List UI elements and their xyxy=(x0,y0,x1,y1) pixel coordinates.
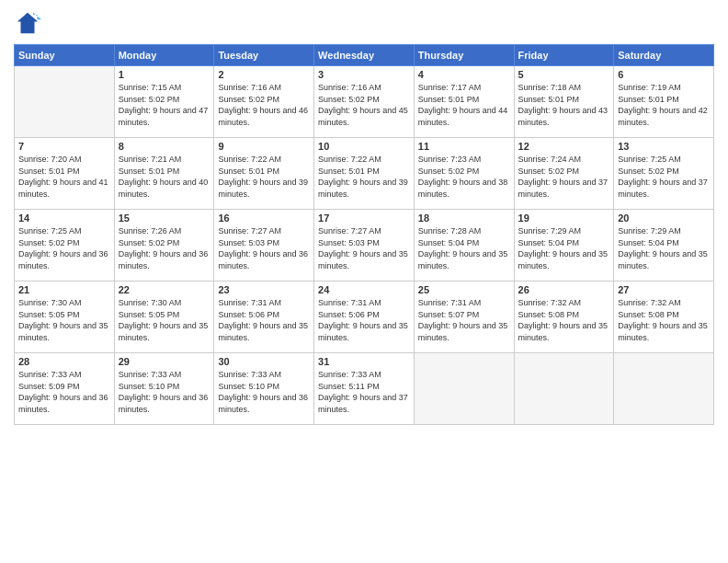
calendar-cell: 20Sunrise: 7:29 AMSunset: 5:04 PMDayligh… xyxy=(614,210,714,282)
calendar-cell: 6Sunrise: 7:19 AMSunset: 5:01 PMDaylight… xyxy=(614,66,714,138)
day-info: Sunrise: 7:27 AMSunset: 5:03 PMDaylight:… xyxy=(218,225,310,271)
calendar-cell: 14Sunrise: 7:25 AMSunset: 5:02 PMDayligh… xyxy=(15,210,115,282)
day-info: Sunrise: 7:33 AMSunset: 5:10 PMDaylight:… xyxy=(218,369,310,415)
day-info: Sunrise: 7:31 AMSunset: 5:06 PMDaylight:… xyxy=(218,297,310,343)
calendar-cell xyxy=(514,353,614,425)
day-info: Sunrise: 7:24 AMSunset: 5:02 PMDaylight:… xyxy=(518,154,610,200)
header xyxy=(14,9,714,37)
day-number: 19 xyxy=(518,213,610,224)
header-monday: Monday xyxy=(114,45,214,66)
day-info: Sunrise: 7:22 AMSunset: 5:01 PMDaylight:… xyxy=(318,154,410,200)
calendar-cell: 8Sunrise: 7:21 AMSunset: 5:01 PMDaylight… xyxy=(114,138,214,210)
header-wednesday: Wednesday xyxy=(314,45,415,66)
header-friday: Friday xyxy=(514,45,614,66)
day-number: 21 xyxy=(18,284,110,295)
week-row-4: 28Sunrise: 7:33 AMSunset: 5:09 PMDayligh… xyxy=(15,353,714,425)
calendar-cell: 24Sunrise: 7:31 AMSunset: 5:06 PMDayligh… xyxy=(314,282,415,353)
day-number: 28 xyxy=(18,356,110,367)
day-number: 3 xyxy=(318,69,410,80)
day-number: 25 xyxy=(418,284,510,295)
calendar-cell: 22Sunrise: 7:30 AMSunset: 5:05 PMDayligh… xyxy=(114,282,214,353)
day-number: 8 xyxy=(119,141,210,152)
calendar-cell: 10Sunrise: 7:22 AMSunset: 5:01 PMDayligh… xyxy=(314,138,415,210)
day-info: Sunrise: 7:16 AMSunset: 5:02 PMDaylight:… xyxy=(218,82,310,128)
day-number: 16 xyxy=(218,213,310,224)
day-info: Sunrise: 7:31 AMSunset: 5:06 PMDaylight:… xyxy=(318,297,410,343)
calendar-cell: 9Sunrise: 7:22 AMSunset: 5:01 PMDaylight… xyxy=(214,138,314,210)
day-info: Sunrise: 7:22 AMSunset: 5:01 PMDaylight:… xyxy=(218,154,310,200)
day-number: 20 xyxy=(618,213,710,224)
day-number: 29 xyxy=(119,356,210,367)
day-number: 1 xyxy=(119,69,210,80)
day-info: Sunrise: 7:25 AMSunset: 5:02 PMDaylight:… xyxy=(18,225,110,271)
day-number: 6 xyxy=(618,69,710,80)
day-number: 18 xyxy=(418,213,510,224)
day-info: Sunrise: 7:25 AMSunset: 5:02 PMDaylight:… xyxy=(618,154,710,200)
header-saturday: Saturday xyxy=(614,45,714,66)
calendar-cell: 29Sunrise: 7:33 AMSunset: 5:10 PMDayligh… xyxy=(114,353,214,425)
week-row-0: 1Sunrise: 7:15 AMSunset: 5:02 PMDaylight… xyxy=(15,66,714,138)
calendar-cell: 2Sunrise: 7:16 AMSunset: 5:02 PMDaylight… xyxy=(214,66,314,138)
day-number: 14 xyxy=(18,213,110,224)
day-number: 23 xyxy=(218,284,310,295)
day-info: Sunrise: 7:17 AMSunset: 5:01 PMDaylight:… xyxy=(418,82,510,128)
calendar-cell: 30Sunrise: 7:33 AMSunset: 5:10 PMDayligh… xyxy=(214,353,314,425)
calendar-cell: 5Sunrise: 7:18 AMSunset: 5:01 PMDaylight… xyxy=(514,66,614,138)
calendar-cell: 11Sunrise: 7:23 AMSunset: 5:02 PMDayligh… xyxy=(414,138,514,210)
calendar-cell: 18Sunrise: 7:28 AMSunset: 5:04 PMDayligh… xyxy=(414,210,514,282)
week-row-3: 21Sunrise: 7:30 AMSunset: 5:05 PMDayligh… xyxy=(15,282,714,353)
day-number: 7 xyxy=(18,141,110,152)
day-info: Sunrise: 7:30 AMSunset: 5:05 PMDaylight:… xyxy=(119,297,210,343)
header-sunday: Sunday xyxy=(15,45,115,66)
calendar-cell: 26Sunrise: 7:32 AMSunset: 5:08 PMDayligh… xyxy=(514,282,614,353)
calendar-cell: 15Sunrise: 7:26 AMSunset: 5:02 PMDayligh… xyxy=(114,210,214,282)
calendar-cell: 3Sunrise: 7:16 AMSunset: 5:02 PMDaylight… xyxy=(314,66,415,138)
day-info: Sunrise: 7:32 AMSunset: 5:08 PMDaylight:… xyxy=(618,297,710,343)
day-number: 31 xyxy=(318,356,410,367)
day-info: Sunrise: 7:33 AMSunset: 5:11 PMDaylight:… xyxy=(318,369,410,415)
day-info: Sunrise: 7:21 AMSunset: 5:01 PMDaylight:… xyxy=(119,154,210,200)
day-info: Sunrise: 7:15 AMSunset: 5:02 PMDaylight:… xyxy=(119,82,210,128)
day-info: Sunrise: 7:31 AMSunset: 5:07 PMDaylight:… xyxy=(418,297,510,343)
day-info: Sunrise: 7:33 AMSunset: 5:09 PMDaylight:… xyxy=(18,369,110,415)
day-number: 27 xyxy=(618,284,710,295)
calendar-cell: 25Sunrise: 7:31 AMSunset: 5:07 PMDayligh… xyxy=(414,282,514,353)
calendar-cell: 19Sunrise: 7:29 AMSunset: 5:04 PMDayligh… xyxy=(514,210,614,282)
calendar-cell: 16Sunrise: 7:27 AMSunset: 5:03 PMDayligh… xyxy=(214,210,314,282)
day-info: Sunrise: 7:16 AMSunset: 5:02 PMDaylight:… xyxy=(318,82,410,128)
calendar-cell: 4Sunrise: 7:17 AMSunset: 5:01 PMDaylight… xyxy=(414,66,514,138)
day-number: 10 xyxy=(318,141,410,152)
day-info: Sunrise: 7:23 AMSunset: 5:02 PMDaylight:… xyxy=(418,154,510,200)
day-number: 15 xyxy=(119,213,210,224)
day-info: Sunrise: 7:26 AMSunset: 5:02 PMDaylight:… xyxy=(119,225,210,271)
week-row-2: 14Sunrise: 7:25 AMSunset: 5:02 PMDayligh… xyxy=(15,210,714,282)
day-info: Sunrise: 7:29 AMSunset: 5:04 PMDaylight:… xyxy=(518,225,610,271)
calendar-cell xyxy=(614,353,714,425)
header-thursday: Thursday xyxy=(414,45,514,66)
day-number: 30 xyxy=(218,356,310,367)
day-info: Sunrise: 7:33 AMSunset: 5:10 PMDaylight:… xyxy=(119,369,210,415)
calendar-cell: 31Sunrise: 7:33 AMSunset: 5:11 PMDayligh… xyxy=(314,353,415,425)
calendar-cell: 17Sunrise: 7:27 AMSunset: 5:03 PMDayligh… xyxy=(314,210,415,282)
calendar-cell: 28Sunrise: 7:33 AMSunset: 5:09 PMDayligh… xyxy=(15,353,115,425)
day-number: 22 xyxy=(119,284,210,295)
calendar-cell: 7Sunrise: 7:20 AMSunset: 5:01 PMDaylight… xyxy=(15,138,115,210)
calendar-table: SundayMondayTuesdayWednesdayThursdayFrid… xyxy=(14,44,714,425)
day-number: 5 xyxy=(518,69,610,80)
header-tuesday: Tuesday xyxy=(214,45,314,66)
logo-icon xyxy=(14,9,41,37)
svg-marker-0 xyxy=(17,13,39,34)
day-number: 26 xyxy=(518,284,610,295)
day-number: 9 xyxy=(218,141,310,152)
day-info: Sunrise: 7:18 AMSunset: 5:01 PMDaylight:… xyxy=(518,82,610,128)
calendar-cell xyxy=(15,66,115,138)
calendar-cell xyxy=(414,353,514,425)
day-info: Sunrise: 7:20 AMSunset: 5:01 PMDaylight:… xyxy=(18,154,110,200)
calendar-cell: 21Sunrise: 7:30 AMSunset: 5:05 PMDayligh… xyxy=(15,282,115,353)
day-number: 24 xyxy=(318,284,410,295)
calendar-cell: 23Sunrise: 7:31 AMSunset: 5:06 PMDayligh… xyxy=(214,282,314,353)
page: SundayMondayTuesdayWednesdayThursdayFrid… xyxy=(0,0,728,563)
day-number: 17 xyxy=(318,213,410,224)
day-info: Sunrise: 7:29 AMSunset: 5:04 PMDaylight:… xyxy=(618,225,710,271)
day-number: 12 xyxy=(518,141,610,152)
